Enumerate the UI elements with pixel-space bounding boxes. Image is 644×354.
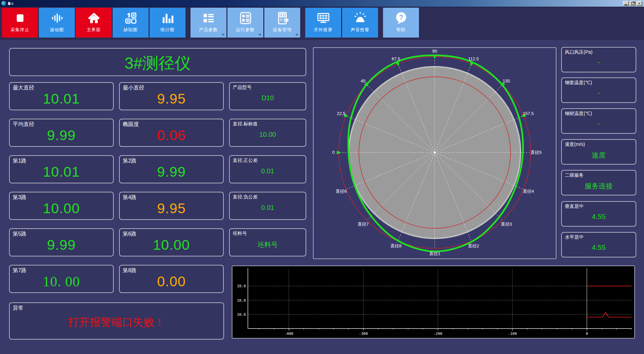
restore-button[interactable] [630,1,636,6]
metric-value: 9.95 [120,200,223,217]
metric-box-第4路: 第4路 9.95 [119,192,224,220]
toolbar-button-开外接屏[interactable]: 开外接屏 [305,8,341,38]
toolbar-button-产品参数[interactable]: 产品参数 [191,8,226,38]
status-box-风口风压(Pa): 风口风压(Pa) - [561,47,636,72]
metric-value: 9.99 [10,127,113,143]
param-value: 10.00 [230,131,306,138]
status-box-速度(m/s): 速度(m/s) 速度 [561,139,636,165]
param-label: 坯料号 [233,231,247,237]
home-icon [87,11,101,25]
toolbar-button-label: 统计图 [161,27,175,33]
status-box-水平居中: 水平居中 4.55 [561,232,636,257]
toolbar-button-设备管理[interactable]: 设备管理 [264,8,300,38]
metric-label: 第6路 [123,231,137,238]
status-label: 钢材温度(℃) [565,111,592,117]
toolbar-button-label: 主界面 [87,27,101,33]
chevron-down-icon [295,34,299,36]
metric-value: 10.00 [10,200,113,217]
metric-box-第2路: 第2路 9.99 [119,155,224,183]
polar-spoke-label: 直径4 [523,189,534,194]
minimize-icon [625,4,627,5]
app-window: { "window": { "title": "c", "controls": … [0,0,644,354]
metric-value: 10.00 [120,237,223,253]
polar-spoke-label: 直径6 [335,189,346,194]
metric-value: 9.95 [120,91,223,107]
close-button[interactable]: × [636,1,642,6]
status-box-钢材温度(℃): 钢材温度(℃) - [561,108,636,134]
window-title: c [11,0,13,7]
param-box-坯料号: 坯料号 坯料号 [229,228,306,256]
metric-label: 第5路 [13,231,26,238]
status-label: 风口风压(Pa) [565,49,592,55]
polar-chart-panel: 022.54567.590112.5135157.5直径5直径4直径3直径2直径… [313,47,556,259]
defect-map-icon [124,11,138,25]
status-box-二级服务: 二级服务 服务连接 [561,170,636,195]
waveform-icon [50,11,64,25]
status-label: 水平居中 [565,234,584,240]
toolbar-button-采集停止[interactable]: 采集停止 [2,8,38,38]
device-manage-icon [276,11,289,25]
metric-label: 椭圆度 [123,121,139,128]
metric-label: 平均直径 [13,121,34,128]
status-value: 4.55 [562,243,636,251]
trend-y-label: 10.0 [237,312,246,317]
metric-box-第6路: 第6路 10.00 [119,228,224,256]
toolbar-button-label: 运行参数 [236,27,255,33]
status-value: 4.55 [562,213,636,221]
param-value: 0.01 [230,204,306,212]
toolbar-button-波动图[interactable]: 波动图 [39,8,75,38]
status-value: 速度 [562,151,636,160]
restore-icon [631,2,634,5]
status-box-钢套温度(℃): 钢套温度(℃) - [561,77,636,103]
param-label: 直径.正公差 [233,158,258,164]
toolbar-button-运行参数[interactable]: 运行参数 [227,8,263,38]
trend-x-label: -100 [508,332,517,336]
polar-spoke-label: 直径1 [429,251,440,256]
status-value: - [562,58,636,66]
trend-chart: 10.010.010.0-400-300-200-1000 [232,266,634,338]
alarm-label: 异常 [13,305,23,312]
app-logo-icon [1,1,6,6]
toolbar-button-缺陷图[interactable]: 缺陷图 [113,8,149,38]
polar-spoke-label: 45 [361,78,365,83]
product-params-icon [202,11,215,25]
metric-box-平均直径: 平均直径 9.99 [9,119,114,147]
status-label: 垂直居中 [565,203,584,210]
polar-spoke-label: 直径3 [501,222,512,227]
param-value: 坯料号 [230,240,306,249]
metric-label: 第8路 [123,267,137,274]
trend-x-label: -300 [359,332,368,336]
chevron-down-icon [221,34,225,36]
status-label: 钢套温度(℃) [565,80,592,86]
metric-box-第5路: 第5路 9.99 [9,228,114,256]
toolbar-button-主界面[interactable]: 主界面 [76,8,112,38]
chevron-down-icon [258,34,262,36]
polar-spoke-label: 157.5 [523,111,534,116]
polar-spoke-label: 90 [432,49,437,54]
toolbar-button-统计图[interactable]: 统计图 [150,8,185,38]
metric-value: 9.99 [120,164,223,180]
metric-box-第3路: 第3路 10.00 [9,192,114,220]
toolbar: 采集停止 波动图 主界面 缺陷图 统计图 产品参数 运行参数 设备管理 [0,7,644,40]
window-controls: × [623,1,643,6]
toolbar-button-帮助[interactable]: ?帮助 [383,8,419,38]
metric-label: 第4路 [123,194,137,201]
param-label: 直径.负公差 [233,194,258,200]
toolbar-button-label: 帮助 [396,27,406,33]
metric-box-第8路: 第8路 0.00 [119,265,224,293]
polar-spoke-label: 112.5 [468,56,479,61]
alarm-message: 打开报警端口失败！ [10,315,223,330]
metric-box-最小直径: 最小直径 9.95 [119,82,224,110]
minimize-button[interactable] [623,1,629,6]
status-value: 服务连接 [562,181,636,191]
param-box-直径.负公差: 直径.负公差 0.01 [229,192,306,220]
toolbar-button-label: 设备管理 [273,27,292,33]
titlebar: c × [0,0,644,7]
param-value: D10 [230,94,306,102]
titlebar-glyph [8,2,10,5]
polar-spoke-label: 直径8 [390,243,401,248]
toolbar-button-声音告警[interactable]: 声音告警 [342,8,378,38]
param-box-直径.正公差: 直径.正公差 0.01 [229,155,306,183]
metric-label: 最大直径 [13,84,34,92]
metric-box-椭圆度: 椭圆度 0.06 [119,119,224,147]
